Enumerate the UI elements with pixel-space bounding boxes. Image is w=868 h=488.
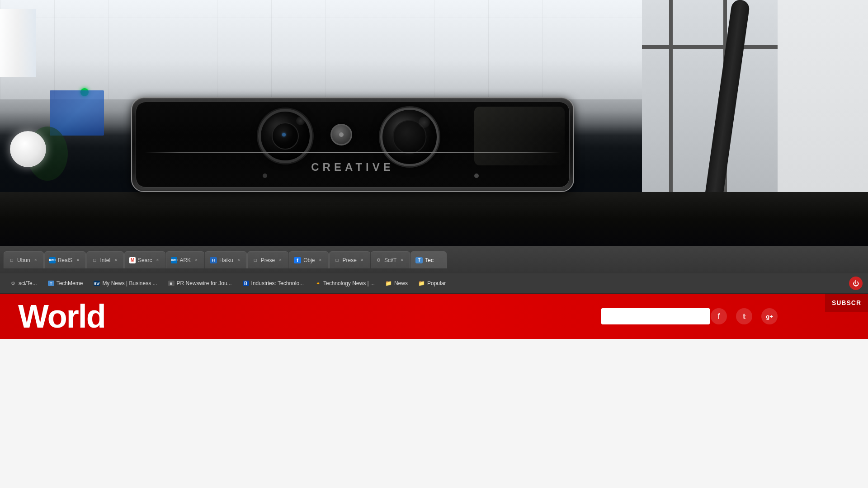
- tab-title-object: Obje: [303, 257, 315, 263]
- facebook-icon[interactable]: f: [711, 308, 727, 324]
- tab-title-ark: ARK: [179, 257, 191, 263]
- tab-icon-realsense: intel: [49, 257, 56, 263]
- tab-close-object[interactable]: ×: [317, 257, 324, 263]
- webcam-brand-text: CREATIVE: [311, 161, 394, 174]
- bookmark-label-techmeme: TechMeme: [57, 280, 83, 286]
- tab-icon-ubuntu: □: [9, 257, 15, 263]
- bookmark-icon-techmeme: T: [48, 281, 54, 286]
- twitter-icon-label: 𝕥: [743, 312, 746, 321]
- bookmark-news-folder[interactable]: 📁 News: [381, 278, 412, 288]
- tab-close-ubuntu[interactable]: ×: [33, 257, 39, 263]
- bookmark-label-scite: sci/Te...: [19, 280, 37, 286]
- photo-area: CREATIVE: [0, 0, 868, 246]
- bookmark-label-mynews: My News | Business ...: [102, 280, 157, 286]
- bookmark-label-prnewswire: PR Newswire for Jou...: [177, 280, 232, 286]
- tab-title-ubuntu: Ubun: [17, 257, 30, 263]
- bookmark-techmeme[interactable]: T TechMeme: [43, 278, 88, 288]
- bookmark-icon-news-folder: 📁: [386, 280, 392, 286]
- webcam-device: CREATIVE: [131, 97, 574, 192]
- tab-prese1[interactable]: □ Prese ×: [247, 251, 288, 268]
- tab-title-intel: Intel: [100, 257, 110, 263]
- webcam-reflection: [474, 107, 565, 165]
- bookmark-icon-scite: ⚙: [10, 280, 16, 286]
- tab-title-techmeme: Tec: [425, 257, 442, 263]
- monitor-top-edge: [0, 192, 868, 246]
- webcam-dot-right: [474, 174, 479, 178]
- tab-icon-ark: intel: [171, 257, 177, 263]
- tab-intel[interactable]: □ Intel ×: [86, 251, 124, 268]
- bookmark-bloomberg[interactable]: B Industries: Technolo...: [238, 278, 309, 288]
- blue-screen: [50, 90, 104, 136]
- tab-techmeme[interactable]: T Tec: [410, 251, 447, 268]
- power-button[interactable]: ⏻: [849, 277, 863, 290]
- tab-icon-prese2: □: [334, 257, 340, 263]
- bookmark-icon-technews: ✦: [315, 280, 321, 286]
- bookmark-prnewswire[interactable]: ≡ PR Newswire for Jou...: [164, 278, 236, 288]
- tab-close-ark[interactable]: ×: [193, 257, 199, 263]
- tab-icon-haiku: H: [210, 257, 217, 263]
- tab-title-haiku: Haiku: [219, 257, 233, 263]
- lens-left-dot: [282, 133, 286, 136]
- bookmark-icon-popular-folder: 📁: [419, 280, 425, 286]
- tab-icon-scitec: ⚙: [376, 257, 382, 263]
- tab-realsense[interactable]: intel RealS ×: [44, 251, 86, 268]
- bookmark-icon-prnewswire: ≡: [168, 281, 175, 286]
- tab-haiku[interactable]: H Haiku ×: [205, 251, 247, 268]
- tab-scitec[interactable]: ⚙ Sci/T ×: [371, 251, 410, 268]
- bookmark-label-bloomberg: Industries: Technolo...: [251, 280, 304, 286]
- bookmark-scite[interactable]: ⚙ sci/Te...: [5, 278, 42, 288]
- tab-title-realsense: RealS: [58, 257, 73, 263]
- tab-icon-object: f: [294, 257, 301, 263]
- tab-title-gmail: Searc: [138, 257, 152, 263]
- bookmark-mynews[interactable]: BW My News | Business ...: [89, 278, 161, 288]
- wall-right: [642, 0, 868, 217]
- tab-close-haiku[interactable]: ×: [236, 257, 242, 263]
- subscribe-button[interactable]: SUBSCR: [825, 294, 868, 312]
- tab-title-scitec: Sci/T: [384, 257, 396, 263]
- lens-middle-dot: [339, 132, 344, 137]
- globe-light: [10, 131, 46, 167]
- bookmark-popular-folder[interactable]: 📁 Popular: [414, 278, 450, 288]
- tab-close-realsense[interactable]: ×: [75, 257, 81, 263]
- tab-title-prese1: Prese: [261, 257, 275, 263]
- tab-close-prese2[interactable]: ×: [359, 257, 365, 263]
- tab-close-scitec[interactable]: ×: [399, 257, 405, 263]
- bookmark-technews[interactable]: ✦ Technology News | ...: [310, 278, 379, 288]
- tab-icon-techmeme: T: [415, 257, 423, 263]
- webcam-body: CREATIVE: [136, 102, 570, 188]
- lens-middle: [330, 124, 352, 145]
- bookmark-icon-bloomberg: B: [243, 281, 249, 286]
- ceiling-light: [0, 9, 36, 77]
- lens-left: [258, 109, 312, 163]
- bookmark-icon-mynews: BW: [94, 281, 100, 286]
- social-icons-group: f 𝕥 g+: [711, 308, 778, 324]
- tab-icon-prese1: □: [252, 257, 259, 263]
- tab-close-prese1[interactable]: ×: [277, 257, 283, 263]
- webcam-dot-left: [263, 174, 267, 178]
- browser-tabs-bar: □ Ubun × intel RealS × □ Intel × M Searc…: [0, 246, 868, 273]
- tab-ubuntu[interactable]: □ Ubun ×: [4, 251, 44, 268]
- search-box[interactable]: [601, 308, 710, 324]
- website-header: SUBSCR f 𝕥 g+ World: [0, 294, 868, 339]
- tab-close-intel[interactable]: ×: [113, 257, 119, 263]
- tab-icon-intel: □: [91, 257, 98, 263]
- bookmarks-bar: ⚙ sci/Te... T TechMeme BW My News | Busi…: [0, 273, 868, 294]
- twitter-icon[interactable]: 𝕥: [736, 308, 752, 324]
- bookmark-label-news: News: [394, 280, 408, 286]
- tab-close-gmail[interactable]: ×: [154, 257, 160, 263]
- site-title: World: [18, 298, 105, 335]
- googleplus-icon[interactable]: g+: [761, 308, 778, 324]
- bookmark-label-technews: Technology News | ...: [323, 280, 375, 286]
- tab-title-prese2: Prese: [343, 257, 357, 263]
- tab-object[interactable]: f Obje ×: [289, 251, 328, 268]
- tab-icon-gmail: M: [129, 257, 136, 263]
- lens-left-inner: [272, 122, 299, 150]
- bookmark-label-popular: Popular: [427, 280, 446, 286]
- website-area: SUBSCR f 𝕥 g+ World: [0, 294, 868, 488]
- tab-prese2[interactable]: □ Prese ×: [329, 251, 370, 268]
- tab-ark[interactable]: intel ARK ×: [166, 251, 204, 268]
- lens-right: [380, 108, 439, 166]
- tab-gmail[interactable]: M Searc ×: [124, 251, 165, 268]
